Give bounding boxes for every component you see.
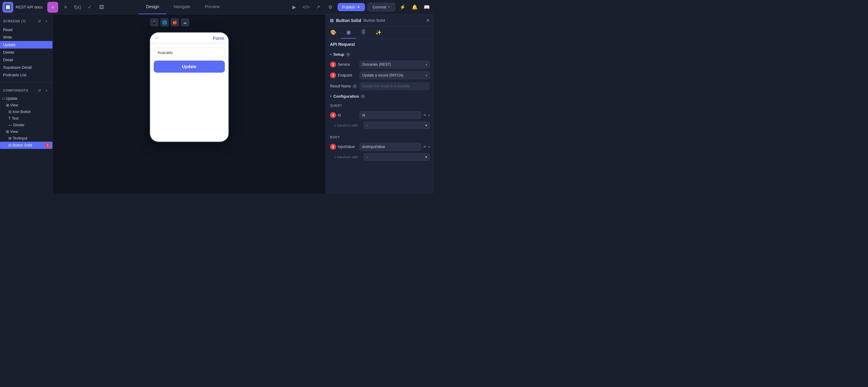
service-select[interactable]: Groceries (REST) ▾ [360,61,430,68]
result-name-label: Result Name i [330,84,357,88]
comp-view-1[interactable]: ⊞ View [0,102,53,109]
settings-button[interactable]: ⚙ [326,2,335,12]
query-id-label-text: id [338,113,341,117]
comp-button-solid[interactable]: ⊟ Button Solid 1 [0,142,53,149]
comp-icon-button-icon: ⊟ [8,110,11,114]
result-name-input[interactable]: Assign the result to a variable [360,82,430,90]
body-transform-select[interactable]: - ▾ [364,153,430,161]
sidebar-item-podcasts-list[interactable]: Podcasts List [0,71,53,79]
commit-button[interactable]: Commit ⑂ [367,3,396,11]
screens-add-icon[interactable]: + [43,18,50,24]
query-id-arrow[interactable]: ▾ [428,114,430,117]
comp-button-solid-icon: ⊟ [8,143,11,147]
sidebar-item-write[interactable]: Write [0,33,53,41]
setup-section-toggle[interactable]: ▾ Setup i [326,50,434,59]
tab-design[interactable]: Design [139,0,167,14]
publish-button[interactable]: Publish ✦ [338,3,365,11]
canvas-web-btn[interactable]: 🌐 [160,18,169,27]
body-input-value-row: 5 inputValue textInputValue ✕ ▾ [326,141,434,152]
comp-text[interactable]: T Text [0,115,53,122]
code-button[interactable]: </> [301,2,311,12]
sidebar-item-read[interactable]: Read [0,26,53,33]
components-history-icon[interactable]: ↺ [36,87,42,93]
service-label: 2 Service [330,61,357,67]
result-name-label-text: Result Name [330,84,351,88]
screens-history-icon[interactable]: ↺ [36,18,42,24]
screens-header-icons: ↺ + [36,18,50,24]
device-update-btn[interactable]: Update [154,61,225,72]
config-chevron: ▾ [330,95,332,98]
commit-icon: ⑂ [388,5,390,9]
panel-subtitle: Button Solid [364,19,385,23]
service-row: 2 Service Groceries (REST) ▾ [326,59,434,70]
device-text-input[interactable] [154,48,225,58]
body-input-value-select[interactable]: textInputValue [360,143,421,151]
tab-navigate[interactable]: Navigate [166,0,197,14]
device-frame: ← Form Update [150,33,228,142]
config-info-icon[interactable]: i [361,94,365,98]
components-add-icon[interactable]: + [43,87,50,93]
comp-view-2-label: View [10,129,18,134]
endpoint-step-badge: 3 [330,72,336,78]
comp-update[interactable]: □ Update [0,95,53,102]
mode-tabs: Design Navigate Preview [139,0,227,14]
service-label-text: Service [338,62,350,67]
stack-icon[interactable]: ≡ [47,2,58,13]
api-panel: API Request ▾ Setup i 2 Service Grocerie… [326,39,434,162]
query-id-select[interactable]: id [360,111,421,119]
sidebar-item-delete[interactable]: Delete [0,49,53,56]
lightning-button[interactable]: ⚡ [398,2,407,12]
setup-info-icon[interactable]: i [346,53,350,57]
function-icon[interactable]: f(x) [73,2,82,12]
query-transform-select[interactable]: - ▾ [364,122,430,129]
comp-view-2[interactable]: ⊞ View [0,128,53,135]
result-name-info-icon[interactable]: i [352,84,357,88]
query-id-clear-btn[interactable]: ✕ [422,113,427,117]
panel-tab-db[interactable]: 🗄 [356,27,371,38]
comp-view-2-icon: ⊞ [6,129,9,134]
panel-tab-style[interactable]: 🎨 [326,27,341,38]
comp-view-1-icon: ⊞ [6,103,9,107]
comp-update-icon: □ [2,96,4,101]
query-id-label: 4 id [330,112,357,118]
body-transform-arrow: ▾ [425,155,427,159]
screens-section: Screens (7) ↺ + Read Write Update Delete… [0,14,53,81]
panel-tab-magic[interactable]: ✨ [371,27,386,38]
check-icon[interactable]: ✓ [85,2,94,12]
comp-icon-button[interactable]: ⊟ Icon Button [0,109,53,115]
canvas-cloud-btn[interactable]: ☁ [181,18,189,27]
body-input-value-label: 5 inputValue [330,144,357,150]
endpoint-select[interactable]: Update a record (PATCH) ▾ [360,71,430,79]
panel-close-btn[interactable]: ✕ [426,18,430,23]
play-button[interactable]: ▶ [289,2,299,12]
db-icon[interactable]: ≡ [61,2,70,12]
main-layout: Screens (7) ↺ + Read Write Update Delete… [0,14,434,194]
comp-text-input[interactable]: ⊞ TextInput [0,135,53,142]
left-sidebar: Screens (7) ↺ + Read Write Update Delete… [0,14,53,194]
body-label: BODY [330,134,430,140]
canvas-apple-btn[interactable]: 🍎 [170,18,179,27]
body-input-value-arrow[interactable]: ▾ [428,145,430,149]
book-button[interactable]: 📖 [422,2,432,12]
comp-divider-icon: — [8,123,12,127]
comp-divider[interactable]: — Divider [0,122,53,128]
commit-label: Commit [373,5,386,9]
tab-preview[interactable]: Preview [197,0,227,14]
query-label: QUERY [330,102,430,109]
sidebar-item-supabase-detail[interactable]: Supabase Detail [0,64,53,71]
canvas-phone-btn[interactable]: 📱 [150,18,158,27]
export-button[interactable]: ↗ [313,2,323,12]
panel-tab-data[interactable]: ⊞ [341,27,356,38]
sidebar-item-update[interactable]: Update [0,41,53,49]
panel-icon: ⊟ [330,18,334,23]
image-icon[interactable]: 🖼 [97,2,106,12]
config-section-toggle[interactable]: ▾ Configuration i [326,92,434,101]
components-section: Components ↺ + □ Update ⊞ View ⊟ Icon Bu… [0,84,53,151]
device-back-btn[interactable]: ← [154,35,160,41]
notification-button[interactable]: 🔔 [410,2,420,12]
body-transform-label: » transform with [334,155,361,159]
sidebar-item-detail[interactable]: Detail [0,56,53,64]
body-input-value-clear-btn[interactable]: ✕ [422,145,427,149]
query-id-step-badge: 4 [330,112,336,118]
app-logo: 🔲 [2,2,13,13]
